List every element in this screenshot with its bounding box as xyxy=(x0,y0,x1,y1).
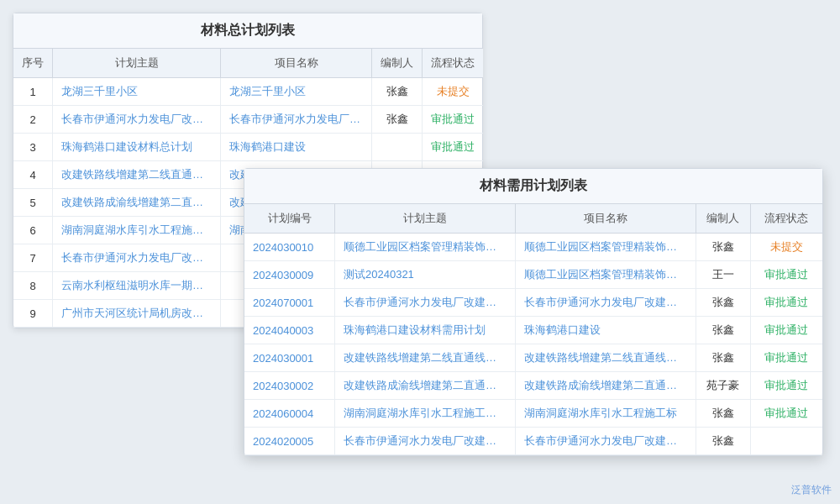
theme-cell[interactable]: 长春市伊通河水力发电厂改建工程合同材料... xyxy=(53,106,221,134)
status-cell xyxy=(750,428,822,455)
seq-cell: 6 xyxy=(13,217,53,244)
theme-cell[interactable]: 龙湖三千里小区 xyxy=(53,78,221,106)
editor-cell: 王一 xyxy=(696,261,751,289)
table2-title: 材料需用计划列表 xyxy=(244,169,822,204)
status-cell: 未提交 xyxy=(750,234,822,261)
theme-cell[interactable]: 长春市伊通河水力发电厂改建工程材料总计划 xyxy=(53,244,221,272)
table-row: 2024020005 长春市伊通河水力发电厂改建工程材... 长春市伊通河水力发… xyxy=(244,428,822,455)
editor-cell: 苑子豪 xyxy=(696,372,751,400)
col-project-header: 项目名称 xyxy=(221,49,372,78)
status-cell: 审批通过 xyxy=(750,372,822,400)
code-cell[interactable]: 2024030009 xyxy=(244,261,335,289)
project-cell[interactable]: 长春市伊通河水力发电厂改建工程 xyxy=(516,289,696,317)
col-status-header2: 流程状态 xyxy=(750,204,822,234)
editor-cell: 张鑫 xyxy=(696,428,751,455)
theme-cell[interactable]: 珠海鹤港口建设材料需用计划 xyxy=(335,317,516,344)
seq-cell: 5 xyxy=(13,189,53,217)
editor-cell: 张鑫 xyxy=(696,317,751,344)
table-row: 2024030001 改建铁路线增建第二线直通线（成都... 改建铁路线增建第二… xyxy=(244,344,822,372)
code-cell[interactable]: 2024030001 xyxy=(244,344,335,372)
table-row: 1 龙湖三千里小区 龙湖三千里小区 张鑫 未提交 xyxy=(13,78,483,106)
status-cell: 审批通过 xyxy=(423,106,484,134)
seq-cell: 7 xyxy=(13,244,53,272)
theme-cell[interactable]: 珠海鹤港口建设材料总计划 xyxy=(53,134,221,161)
theme-cell[interactable]: 云南水利枢纽滋明水库一期工程施工标材料... xyxy=(53,272,221,300)
table-row: 2024040003 珠海鹤港口建设材料需用计划 珠海鹤港口建设 张鑫 审批通过 xyxy=(244,317,822,344)
col-seq-header: 序号 xyxy=(13,49,53,78)
editor-cell: 张鑫 xyxy=(372,106,423,134)
theme-cell[interactable]: 长春市伊通河水力发电厂改建工程材... xyxy=(335,428,516,455)
col-status-header: 流程状态 xyxy=(423,49,484,78)
editor-cell: 张鑫 xyxy=(696,289,751,317)
table-row: 2024030009 测试20240321 顺德工业园区档案管理精装饰工程（..… xyxy=(244,261,822,289)
code-cell[interactable]: 2024030002 xyxy=(244,372,335,400)
status-cell: 审批通过 xyxy=(750,344,822,372)
theme-cell[interactable]: 顺德工业园区档案管理精装饰工程（... xyxy=(335,234,516,261)
project-cell[interactable]: 湖南洞庭湖水库引水工程施工标 xyxy=(516,400,696,428)
status-cell: 审批通过 xyxy=(750,289,822,317)
theme-cell[interactable]: 湖南洞庭湖水库引水工程施工标材料总计划 xyxy=(53,217,221,244)
status-cell: 审批通过 xyxy=(750,400,822,428)
watermark: 泛普软件 xyxy=(791,483,832,497)
code-cell[interactable]: 2024040003 xyxy=(244,317,335,344)
table-row: 2024070001 长春市伊通河水力发电厂改建工程合... 长春市伊通河水力发… xyxy=(244,289,822,317)
seq-cell: 9 xyxy=(13,300,53,328)
code-cell[interactable]: 2024070001 xyxy=(244,289,335,317)
project-cell[interactable]: 龙湖三千里小区 xyxy=(221,78,372,106)
project-cell[interactable]: 改建铁路成渝线增建第二直通线（成... xyxy=(516,372,696,400)
status-cell: 审批通过 xyxy=(750,317,822,344)
seq-cell: 3 xyxy=(13,134,53,161)
editor-cell: 张鑫 xyxy=(696,234,751,261)
col-code-header: 计划编号 xyxy=(244,204,335,234)
status-cell: 审批通过 xyxy=(750,261,822,289)
theme-cell[interactable]: 长春市伊通河水力发电厂改建工程合... xyxy=(335,289,516,317)
seq-cell: 8 xyxy=(13,272,53,300)
project-cell[interactable]: 长春市伊通河水力发电厂改建工程 xyxy=(516,428,696,455)
table-row: 2 长春市伊通河水力发电厂改建工程合同材料... 长春市伊通河水力发电厂改建工程… xyxy=(13,106,483,134)
project-cell[interactable]: 顺德工业园区档案管理精装饰工程（... xyxy=(516,261,696,289)
theme-cell[interactable]: 改建铁路成渝线增建第二直通线（成渝枢纽... xyxy=(53,189,221,217)
status-cell: 未提交 xyxy=(423,78,484,106)
col-editor-header: 编制人 xyxy=(372,49,423,78)
seq-cell: 4 xyxy=(13,161,53,189)
editor-cell xyxy=(372,134,423,161)
table1-title: 材料总计划列表 xyxy=(13,13,482,49)
table-row: 3 珠海鹤港口建设材料总计划 珠海鹤港口建设 审批通过 xyxy=(13,134,483,161)
col-theme-header: 计划主题 xyxy=(53,49,221,78)
theme-cell[interactable]: 湖南洞庭湖水库引水工程施工标材料... xyxy=(335,400,516,428)
code-cell[interactable]: 2024030010 xyxy=(244,234,335,261)
theme-cell[interactable]: 改建铁路线增建第二线直通线（成都... xyxy=(335,344,516,372)
project-cell[interactable]: 长春市伊通河水力发电厂改建工程 xyxy=(221,106,372,134)
editor-cell: 张鑫 xyxy=(696,344,751,372)
theme-cell[interactable]: 改建铁路线增建第二线直通线（成都-西安）... xyxy=(53,161,221,189)
project-cell[interactable]: 珠海鹤港口建设 xyxy=(221,134,372,161)
seq-cell: 2 xyxy=(13,106,53,134)
col-theme-header2: 计划主题 xyxy=(335,204,516,234)
table2-header: 计划编号 计划主题 项目名称 编制人 流程状态 xyxy=(244,204,822,234)
theme-cell[interactable]: 改建铁路成渝线增建第二直通线（成... xyxy=(335,372,516,400)
code-cell[interactable]: 2024020005 xyxy=(244,428,335,455)
editor-cell: 张鑫 xyxy=(696,400,751,428)
code-cell[interactable]: 2024060004 xyxy=(244,400,335,428)
seq-cell: 1 xyxy=(13,78,53,106)
theme-cell[interactable]: 广州市天河区统计局机房改造项目材料总计划 xyxy=(53,300,221,328)
project-cell[interactable]: 珠海鹤港口建设 xyxy=(516,317,696,344)
table1-header: 序号 计划主题 项目名称 编制人 流程状态 xyxy=(13,49,483,78)
theme-cell[interactable]: 测试20240321 xyxy=(335,261,516,289)
table-row: 2024030010 顺德工业园区档案管理精装饰工程（... 顺德工业园区档案管… xyxy=(244,234,822,261)
status-cell: 审批通过 xyxy=(423,134,484,161)
project-cell[interactable]: 改建铁路线增建第二线直通线（成都... xyxy=(516,344,696,372)
col-editor-header2: 编制人 xyxy=(696,204,751,234)
editor-cell: 张鑫 xyxy=(372,78,423,106)
project-cell[interactable]: 顺德工业园区档案管理精装饰工程（... xyxy=(516,234,696,261)
material-need-table: 材料需用计划列表 计划编号 计划主题 项目名称 编制人 流程状态 2024030… xyxy=(244,168,823,456)
table-row: 2024030002 改建铁路成渝线增建第二直通线（成... 改建铁路成渝线增建… xyxy=(244,372,822,400)
table-row: 2024060004 湖南洞庭湖水库引水工程施工标材料... 湖南洞庭湖水库引水… xyxy=(244,400,822,428)
col-project-header2: 项目名称 xyxy=(516,204,696,234)
